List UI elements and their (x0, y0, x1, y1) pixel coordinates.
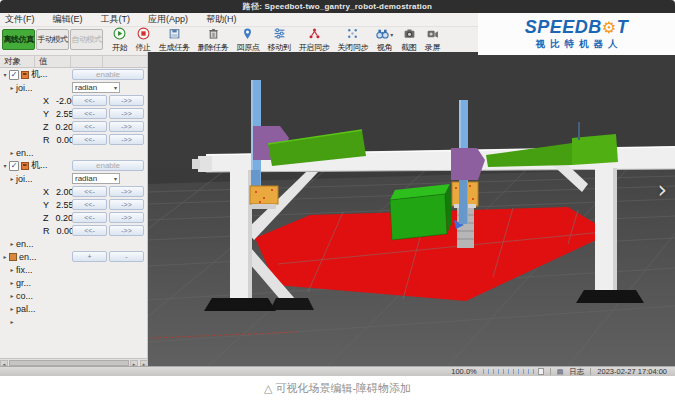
log-label[interactable]: 日志 (569, 367, 584, 377)
action-stop[interactable]: 停止 (131, 28, 154, 53)
increment-button[interactable]: ->> (109, 95, 144, 106)
tree-row[interactable]: ▸pal... (0, 302, 147, 315)
unit-dropdown[interactable]: radian▾ (72, 82, 120, 93)
increment-button[interactable]: ->> (109, 134, 144, 145)
tree-row[interactable]: ▸fix... (0, 263, 147, 276)
horizontal-scrollbar[interactable]: ◂ ▸ ▸ (0, 358, 148, 366)
action-delete-task[interactable]: 删除任务 (194, 28, 233, 53)
column-value[interactable]: 值 (35, 56, 71, 67)
axis-value[interactable]: 2.550 (56, 109, 72, 119)
tree-row[interactable]: ▸joi...radian▾ (0, 172, 147, 185)
decrement-button[interactable]: <<- (72, 134, 107, 145)
tree-label[interactable]: 机... (31, 68, 48, 81)
viewport-3d[interactable]: › (148, 52, 675, 366)
expander-icon[interactable]: ▸ (8, 266, 16, 273)
decrement-button[interactable]: <<- (72, 95, 107, 106)
tree-row[interactable]: Y2.550<<-->> (0, 198, 147, 211)
tree-row[interactable]: X2.000<<-->> (0, 185, 147, 198)
increment-button[interactable]: ->> (109, 108, 144, 119)
expander-icon[interactable]: ▸ (8, 175, 16, 182)
axis-value[interactable]: 0.000 (57, 226, 73, 236)
decrement-button[interactable]: <<- (72, 108, 107, 119)
expander-icon[interactable]: ▸ (8, 305, 16, 312)
tree-row[interactable]: ▸ (0, 315, 147, 328)
menu-item-help[interactable]: 帮助(H) (197, 13, 246, 26)
tree-row[interactable]: X-2.000<<-->> (0, 94, 147, 107)
tree-label[interactable]: gr... (16, 278, 31, 288)
expander-icon[interactable]: ▸ (8, 292, 16, 299)
tree-row[interactable]: R0.000<<-->> (0, 133, 147, 146)
increment-button[interactable]: ->> (109, 121, 144, 132)
expander-icon[interactable]: ▾ (1, 71, 9, 78)
unit-dropdown[interactable]: radian▾ (72, 173, 120, 184)
action-generate-task[interactable]: 生成任务 (155, 28, 194, 53)
tree-row[interactable]: Z0.200<<-->> (0, 120, 147, 133)
enable-button[interactable]: enable (72, 160, 144, 171)
tree-row[interactable]: ▸joi...radian▾ (0, 81, 147, 94)
mode-button-auto-mode[interactable]: 自动模式 (70, 29, 103, 50)
tree-label[interactable]: 机... (31, 159, 48, 172)
axis-value[interactable]: -2.000 (56, 96, 72, 106)
action-sync-off[interactable]: 关闭同步 (333, 28, 372, 53)
action-move-to[interactable]: 移动到 (264, 28, 295, 53)
tree-row[interactable]: Z0.200<<-->> (0, 211, 147, 224)
menu-item-edit[interactable]: 编辑(E) (44, 13, 92, 26)
slider-thumb[interactable] (538, 368, 544, 375)
tree-row[interactable]: ▸co... (0, 289, 147, 302)
checkbox[interactable]: ✓ (9, 161, 19, 171)
expander-icon[interactable]: ▸ (8, 84, 16, 91)
action-return-origin[interactable]: 回原点 (232, 28, 263, 53)
tree-row[interactable]: ▸en... (0, 146, 147, 159)
increment-button[interactable]: ->> (109, 199, 144, 210)
expander-icon[interactable]: ▸ (8, 240, 16, 247)
tree-row[interactable]: ▾✓机...enable (0, 159, 147, 172)
axis-value[interactable]: 0.200 (56, 122, 73, 132)
increment-button[interactable]: ->> (109, 212, 144, 223)
next-arrow[interactable]: › (657, 178, 667, 202)
expander-icon[interactable]: ▸ (8, 149, 16, 156)
tree-row[interactable]: ▸en...+- (0, 250, 147, 263)
menu-item-file[interactable]: 文件(F) (0, 13, 44, 26)
enable-button[interactable]: enable (72, 69, 144, 80)
tree-row[interactable]: R0.000<<-->> (0, 224, 147, 237)
tree-label[interactable]: en... (19, 252, 37, 262)
add-button[interactable]: + (72, 251, 107, 262)
tree-label[interactable]: joi... (16, 174, 33, 184)
tree-label[interactable]: joi... (16, 83, 33, 93)
decrement-button[interactable]: <<- (72, 121, 107, 132)
decrement-button[interactable]: <<- (72, 186, 107, 197)
tree-row[interactable]: Y2.550<<-->> (0, 107, 147, 120)
action-sync-on[interactable]: 开启同步 (295, 28, 334, 53)
decrement-button[interactable]: <<- (72, 212, 107, 223)
expander-icon[interactable]: ▾ (1, 162, 9, 169)
menu-item-app[interactable]: 应用(App) (139, 13, 197, 26)
tree-label[interactable]: en... (16, 148, 34, 158)
expander-icon[interactable]: ▸ (8, 279, 16, 286)
increment-button[interactable]: ->> (109, 225, 144, 236)
action-view-angle[interactable]: ▾ 视角 (372, 28, 397, 53)
axis-value[interactable]: 0.000 (57, 135, 73, 145)
mode-button-offline-sim[interactable]: 离线仿真 (2, 29, 35, 50)
tree-label[interactable]: co... (16, 291, 33, 301)
column-object[interactable]: 对象 (0, 56, 35, 67)
decrement-button[interactable]: <<- (72, 225, 107, 236)
tree-row[interactable]: ▾✓机...enable (0, 68, 147, 81)
tree-row[interactable]: ▸en... (0, 237, 147, 250)
decrement-button[interactable]: <<- (72, 199, 107, 210)
speed-slider[interactable] (483, 369, 537, 374)
mode-button-manual-mode[interactable]: 手动模式 (36, 29, 69, 50)
tree-row[interactable]: ▸gr... (0, 276, 147, 289)
expander-icon[interactable]: ▸ (8, 318, 16, 325)
action-start[interactable]: 开始 (108, 28, 131, 53)
axis-value[interactable]: 2.000 (56, 187, 72, 197)
tree-label[interactable]: fix... (16, 265, 33, 275)
axis-value[interactable]: 0.200 (56, 213, 73, 223)
menu-item-tools[interactable]: 工具(T) (92, 13, 140, 26)
remove-button[interactable]: - (109, 251, 144, 262)
action-record[interactable]: 录屏 (421, 28, 444, 53)
checkbox[interactable]: ✓ (9, 70, 19, 80)
tree-label[interactable]: en... (16, 239, 34, 249)
increment-button[interactable]: ->> (109, 186, 144, 197)
expander-icon[interactable]: ▸ (1, 253, 9, 260)
action-screenshot[interactable]: 截图 (397, 28, 420, 53)
